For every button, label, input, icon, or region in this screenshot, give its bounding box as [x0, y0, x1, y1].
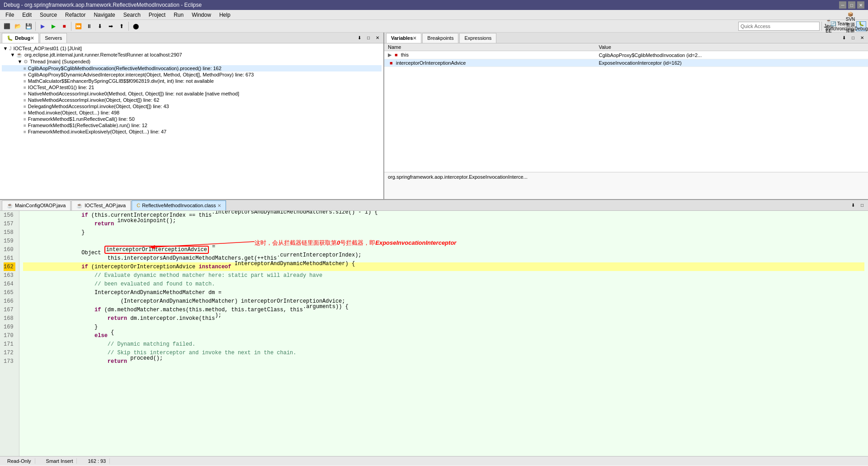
- menu-project[interactable]: Project: [145, 11, 169, 19]
- tree-item-runner[interactable]: ▼ ☕ org.eclipse.jdt.internal.junit.runne…: [2, 52, 382, 58]
- var-expand-this[interactable]: ▶: [388, 52, 392, 57]
- tb-run-button[interactable]: ▶: [48, 21, 58, 31]
- vars-minimize-icon[interactable]: ⬇: [840, 34, 848, 42]
- menu-source[interactable]: Source: [36, 11, 61, 19]
- stack-frame-3[interactable]: ≡ MathCalculator$$EnhancerBySpringCGLIB$…: [2, 78, 382, 84]
- tb-suspend-button[interactable]: ⏸: [84, 21, 94, 31]
- menu-help[interactable]: Help: [216, 11, 234, 19]
- debug-close-icon[interactable]: ✕: [373, 34, 382, 42]
- main-layout: 🐛 Debug ✕ Servers ⬇ □ ✕ ▼ J: [0, 33, 868, 456]
- window-controls[interactable]: ─ □ ✕: [839, 1, 864, 9]
- editor-maximize-icon[interactable]: □: [858, 201, 866, 209]
- stack-icon-10: ≡: [24, 123, 26, 128]
- stack-frame-5[interactable]: ≡ NativeMethodAccessorImpl.invoke0(Metho…: [2, 90, 382, 97]
- editor-area: ☕ MainConfigOfAOP.java ☕ IOCTest_AOP.jav…: [0, 200, 868, 456]
- stack-icon-9: ≡: [24, 117, 26, 122]
- var-interceptor-icon: ■: [390, 60, 393, 66]
- debug-tree[interactable]: ▼ J IOCTest_AOP.test01 (1) [JUnit] ▼ ☕ o…: [0, 43, 383, 199]
- tab-reflective-close[interactable]: ✕: [217, 203, 221, 208]
- minimize-button[interactable]: ─: [839, 1, 846, 9]
- code-editor[interactable]: 156 157 158 159 160 161 162 163 164 165 …: [0, 211, 868, 456]
- menu-window[interactable]: Window: [188, 11, 215, 19]
- tb-step-return-button[interactable]: ⬆: [117, 21, 127, 31]
- editor-minimize-icon[interactable]: ⬇: [849, 201, 857, 209]
- menu-file[interactable]: File: [2, 11, 18, 19]
- tab-breakpoints[interactable]: Breakpoints: [422, 33, 458, 43]
- variables-table[interactable]: Name Value ▶ ■ this CglibAopProxy$CglibM…: [384, 43, 868, 172]
- maximize-button[interactable]: □: [848, 1, 855, 9]
- vars-close-icon[interactable]: ✕: [858, 34, 866, 42]
- tab-expressions-label: Expressions: [464, 35, 491, 41]
- stack-frame-4[interactable]: ≡ IOCTest_AOP.test01() line: 21: [2, 84, 382, 90]
- stack-frame-6[interactable]: ≡ NativeMethodAccessorImpl.invoke(Object…: [2, 97, 382, 103]
- menu-refactor[interactable]: Refactor: [61, 11, 89, 19]
- stack-frame-1[interactable]: ≡ CglibAopProxy$CglibMethodInvocation(Re…: [2, 65, 382, 71]
- tab-reflective[interactable]: C ReflectiveMethodInvocation.class ✕: [132, 200, 226, 210]
- stack-frame-7[interactable]: ≡ DelegatingMethodAccessorImpl.invoke(Ob…: [2, 103, 382, 109]
- code-line-159: [23, 237, 864, 245]
- col-value: Value: [595, 43, 868, 51]
- tb-debug-button[interactable]: ▶: [38, 21, 47, 31]
- code-line-171: // Dynamic matching failed.: [23, 340, 864, 348]
- var-row-interceptor[interactable]: ■ interceptorOrInterceptionAdvice Expose…: [384, 59, 868, 67]
- linenum-172: 172: [4, 348, 15, 357]
- stack-label-4: IOCTest_AOP.test01() line: 21: [28, 85, 94, 90]
- stack-icon-4: ≡: [24, 85, 26, 90]
- tb-stop-button[interactable]: ■: [59, 21, 69, 31]
- menu-edit[interactable]: Edit: [19, 11, 35, 19]
- linenum-165: 165: [4, 288, 15, 297]
- tb-open-button[interactable]: 📂: [13, 21, 23, 31]
- editor-tab-bar: ☕ MainConfigOfAOP.java ☕ IOCTest_AOP.jav…: [0, 200, 868, 211]
- linenum-156: 156: [4, 211, 15, 219]
- vars-maximize-icon[interactable]: □: [849, 34, 857, 42]
- stack-frame-9[interactable]: ≡ FrameworkMethod$1.runReflectiveCall() …: [2, 116, 382, 122]
- menu-run[interactable]: Run: [170, 11, 187, 19]
- debug-minimize-icon[interactable]: ⬇: [355, 34, 363, 42]
- tb-save-button[interactable]: 💾: [24, 21, 33, 31]
- stack-frame-8[interactable]: ≡ Method.invoke(Object, Object...) line:…: [2, 109, 382, 116]
- tree-runner-label[interactable]: org.eclipse.jdt.internal.junit.runner.Re…: [24, 52, 182, 57]
- variables-panel-icons: ⬇ □ ✕: [840, 34, 866, 42]
- tab-servers[interactable]: Servers: [40, 33, 67, 43]
- stack-frame-10[interactable]: ≡ FrameworkMethod$1(ReflectiveCallable).…: [2, 122, 382, 128]
- tb-resume-button[interactable]: ⏩: [73, 21, 83, 31]
- menu-search[interactable]: Search: [120, 11, 144, 19]
- tree-root-label[interactable]: IOCTest_AOP.test01 (1) [JUnit]: [14, 46, 82, 51]
- tb-step-over-button[interactable]: ➡: [106, 21, 116, 31]
- menu-navigate[interactable]: Navigate: [90, 11, 118, 19]
- tab-expressions[interactable]: Expressions: [459, 33, 496, 43]
- linenum-171: 171: [4, 340, 15, 348]
- var-row-this[interactable]: ▶ ■ this CglibAopProxy$CglibMethodInvoca…: [384, 51, 868, 59]
- tb-sep-3: [128, 22, 129, 31]
- tab-main-config-icon: ☕: [7, 203, 13, 209]
- window-title: Debug - org.springframework.aop.framewor…: [4, 2, 202, 8]
- tree-root[interactable]: ▼ J IOCTest_AOP.test01 (1) [JUnit]: [2, 45, 382, 52]
- tb-new-button[interactable]: ⬛: [2, 21, 12, 31]
- stack-frame-2[interactable]: ≡ CglibAopProxy$DynamicAdvisedIntercepto…: [2, 71, 382, 78]
- debug-maximize-icon[interactable]: □: [364, 34, 373, 42]
- tb-svn-button[interactable]: 📦 SVN 资源库研究: [845, 21, 855, 31]
- tb-step-into-button[interactable]: ⬇: [95, 21, 105, 31]
- close-button[interactable]: ✕: [857, 1, 864, 9]
- variables-data-table: Name Value ▶ ■ this CglibAopProxy$CglibM…: [384, 43, 868, 67]
- tab-variables-close[interactable]: ✕: [413, 36, 416, 41]
- tb-breakpoint-button[interactable]: ⬤: [131, 21, 141, 31]
- tree-thread-label[interactable]: Thread [main] (Suspended): [30, 59, 90, 64]
- stack-icon-8: ≡: [24, 110, 26, 115]
- tb-debug-persp-button[interactable]: 🐛 Debug: [856, 21, 866, 31]
- tree-item-thread[interactable]: ▼ ⚙ Thread [main] (Suspended): [2, 58, 382, 65]
- stack-frame-11[interactable]: ≡ FrameworkMethod.invokeExplosively(Obje…: [2, 128, 382, 135]
- tab-variables[interactable]: Variables ✕: [386, 33, 421, 43]
- quick-access-box[interactable]: Quick Access: [738, 22, 820, 31]
- tab-debug-close[interactable]: ✕: [30, 36, 34, 41]
- runner-icon: ☕: [16, 52, 23, 58]
- tab-variables-label: Variables: [391, 35, 413, 41]
- variables-detail-text: org.springframework.aop.interceptor.Expo…: [388, 174, 528, 180]
- tab-main-config[interactable]: ☕ MainConfigOfAOP.java: [2, 200, 71, 210]
- tab-ioc-test[interactable]: ☕ IOCTest_AOP.java: [71, 200, 131, 210]
- linenum-157: 157: [4, 219, 15, 228]
- code-line-167: if (dm.methodMatcher.matches(this.method…: [23, 305, 864, 314]
- code-line-166: (InterceptorAndDynamicMethodMatcher) int…: [23, 297, 864, 305]
- tab-debug[interactable]: 🐛 Debug ✕: [2, 33, 39, 43]
- tb-team-button[interactable]: 🔄 Team Synchronizing: [835, 21, 844, 31]
